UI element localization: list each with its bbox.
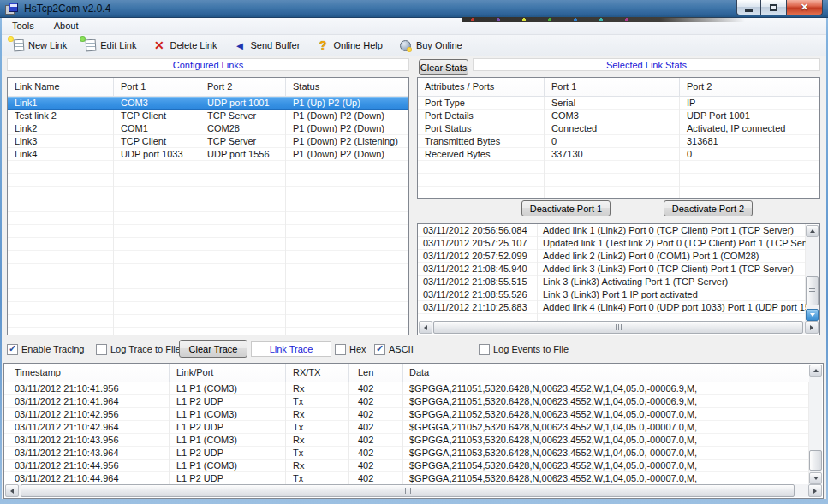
- event-row[interactable]: 03/11/2012 21:08:55.526Link 3 (Link3) Po…: [418, 288, 806, 301]
- event-row-cell: 03/11/2012 21:08:55.526: [418, 288, 538, 301]
- maximize-button[interactable]: [761, 0, 786, 15]
- send-buffer-button[interactable]: ◄ Send Buffer: [229, 37, 307, 54]
- column-header-attributes[interactable]: Attributes / Ports: [418, 78, 545, 97]
- trace-row-cell: $GPGGA,211054,5320.6428,N,00623.4552,W,1…: [403, 472, 809, 484]
- buy-online-button[interactable]: Buy Online: [395, 37, 468, 54]
- online-help-button[interactable]: ? Online Help: [312, 37, 388, 54]
- link-row-cell: [286, 328, 408, 335]
- link-row-cell: [8, 199, 114, 212]
- log-trace-to-file-checkbox[interactable]: Log Trace to File: [96, 343, 181, 355]
- minimize-button[interactable]: [736, 0, 761, 15]
- stats-row[interactable]: Transmitted Bytes0313681: [418, 135, 819, 148]
- column-header-stats-port2[interactable]: Port 2: [680, 78, 819, 97]
- link-row-cell: [8, 276, 114, 289]
- empty-row: [8, 174, 408, 187]
- empty-row: [8, 161, 408, 174]
- new-link-button[interactable]: New Link: [7, 37, 73, 54]
- column-header-data[interactable]: Data: [403, 364, 823, 382]
- close-button[interactable]: ✕: [786, 0, 823, 15]
- column-header-timestamp[interactable]: Timestamp: [4, 364, 170, 382]
- clear-trace-button[interactable]: Clear Trace: [179, 340, 247, 358]
- stats-row[interactable]: Port DetailsCOM3UDP Port 1001: [418, 110, 819, 122]
- event-row[interactable]: 03/11/2012 21:08:45.940Added link 3 (Lin…: [418, 263, 806, 276]
- menu-about[interactable]: About: [47, 18, 86, 31]
- trace-header: Timestamp Link/Port RX/TX Len Data: [4, 364, 823, 382]
- scroll-down-button[interactable]: [806, 309, 819, 321]
- link-row-cell: P1 (Down) P2 (Listening): [286, 135, 408, 148]
- column-header-link-name[interactable]: Link Name: [8, 78, 114, 97]
- scroll-up-button[interactable]: [809, 365, 822, 377]
- trace-row[interactable]: 03/11/2012 21:10:41.964L1 P2 UDPTx402$GP…: [4, 395, 809, 408]
- stats-row-cell: Serial: [545, 97, 680, 110]
- log-events-to-file-checkbox[interactable]: Log Events to File: [479, 343, 569, 355]
- column-header-port1[interactable]: Port 1: [114, 78, 200, 97]
- event-log-horizontal-scrollbar[interactable]: [419, 321, 819, 334]
- column-header-status[interactable]: Status: [286, 78, 408, 97]
- stats-row-cell: 0: [680, 148, 819, 161]
- checkbox-icon: [7, 344, 18, 355]
- event-row[interactable]: 03/11/2012 20:57:52.099Added link 2 (Lin…: [418, 250, 806, 263]
- scrollbar-thumb[interactable]: [809, 450, 822, 471]
- scrollbar-thumb[interactable]: [806, 276, 819, 305]
- trace-row-cell: L1 P1 (COM3): [170, 460, 286, 472]
- link-row[interactable]: Link1COM3UDP port 1001P1 (Up) P2 (Up): [8, 97, 408, 110]
- event-log-vertical-scrollbar[interactable]: [806, 225, 819, 321]
- ascii-checkbox[interactable]: ASCII: [374, 343, 414, 355]
- column-header-port2[interactable]: Port 2: [200, 78, 286, 97]
- stats-row-cell: 313681: [680, 135, 819, 148]
- scroll-up-button[interactable]: [806, 225, 819, 237]
- column-header-len[interactable]: Len: [349, 364, 403, 382]
- delete-link-button[interactable]: ✕ Delete Link: [148, 37, 223, 54]
- event-row[interactable]: 03/11/2012 20:57:25.107Updated link 1 (T…: [418, 237, 806, 250]
- configured-links-header: Link Name Port 1 Port 2 Status: [8, 78, 408, 97]
- trace-row[interactable]: 03/11/2012 21:10:42.964L1 P2 UDPTx402$GP…: [4, 421, 809, 434]
- stats-row[interactable]: Port StatusConnectedActivated, IP connec…: [418, 122, 819, 135]
- event-row[interactable]: 03/11/2012 21:10:25.883Added link 4 (Lin…: [418, 301, 806, 314]
- scroll-right-button[interactable]: [808, 484, 822, 497]
- link-row[interactable]: Link3TCP ClientTCP ServerP1 (Down) P2 (L…: [8, 135, 408, 148]
- link-row-cell: P1 (Up) P2 (Up): [286, 97, 408, 110]
- scroll-left-button[interactable]: [5, 484, 19, 497]
- deactivate-port2-button[interactable]: Deactivate Port 2: [664, 200, 753, 216]
- trace-vertical-scrollbar[interactable]: [809, 365, 822, 484]
- trace-row[interactable]: 03/11/2012 21:10:44.964L1 P2 UDPTx402$GP…: [4, 472, 809, 484]
- empty-row: [8, 289, 408, 302]
- scroll-left-button[interactable]: [419, 321, 432, 334]
- stats-row-cell: Port Details: [418, 110, 545, 122]
- link-row[interactable]: Link4UDP port 1033UDP port 1556P1 (Down)…: [8, 148, 408, 161]
- enable-tracing-checkbox[interactable]: Enable Tracing: [7, 343, 84, 355]
- deactivate-port1-button[interactable]: Deactivate Port 1: [521, 200, 611, 216]
- hex-checkbox[interactable]: Hex: [335, 343, 366, 355]
- stats-row-cell: [545, 161, 680, 174]
- event-row[interactable]: 03/11/2012 20:56:56.084Added link 1 (Lin…: [418, 224, 806, 237]
- stats-row[interactable]: Received Bytes3371300: [418, 148, 819, 161]
- event-row[interactable]: 03/11/2012 21:08:55.515Link 3 (Link3) Ac…: [418, 276, 806, 288]
- trace-row[interactable]: 03/11/2012 21:10:42.956L1 P1 (COM3)Rx402…: [4, 408, 809, 421]
- trace-row[interactable]: 03/11/2012 21:10:44.956L1 P1 (COM3)Rx402…: [4, 460, 809, 472]
- titlebar[interactable]: HsTcp2Com v2.0.4 ✕: [0, 0, 828, 18]
- trace-row-cell: L1 P2 UDP: [170, 395, 286, 408]
- column-header-stats-port1[interactable]: Port 1: [545, 78, 680, 97]
- column-header-rxtx[interactable]: RX/TX: [286, 364, 349, 382]
- scroll-down-button[interactable]: [809, 472, 822, 484]
- edit-link-button[interactable]: Edit Link: [79, 37, 142, 54]
- scrollbar-thumb[interactable]: [433, 321, 803, 334]
- clear-stats-button[interactable]: Clear Stats: [419, 59, 468, 75]
- link-row[interactable]: Link2COM1COM28P1 (Down) P2 (Down): [8, 122, 408, 135]
- delete-link-label: Delete Link: [170, 40, 217, 50]
- scrollbar-thumb[interactable]: [21, 484, 795, 497]
- trace-row[interactable]: 03/11/2012 21:10:41.956L1 P1 (COM3)Rx402…: [4, 382, 809, 395]
- trace-row[interactable]: 03/11/2012 21:10:43.964L1 P2 UDPTx402$GP…: [4, 447, 809, 460]
- stats-row-cell: 337130: [545, 148, 680, 161]
- scroll-right-button[interactable]: [805, 321, 819, 334]
- link-row-cell: [114, 174, 200, 187]
- menu-tools[interactable]: Tools: [5, 18, 41, 31]
- trace-horizontal-scrollbar[interactable]: [5, 484, 822, 497]
- column-header-link-port[interactable]: Link/Port: [170, 364, 286, 382]
- trace-row-cell: 402: [349, 421, 403, 434]
- trace-row[interactable]: 03/11/2012 21:10:43.956L1 P1 (COM3)Rx402…: [4, 434, 809, 447]
- empty-row: [418, 174, 819, 187]
- stats-row[interactable]: Port TypeSerialIP: [418, 97, 819, 110]
- link-row[interactable]: Test link 2TCP ClientTCP ServerP1 (Down)…: [8, 110, 408, 122]
- link-row-cell: P1 (Down) P2 (Down): [286, 148, 408, 161]
